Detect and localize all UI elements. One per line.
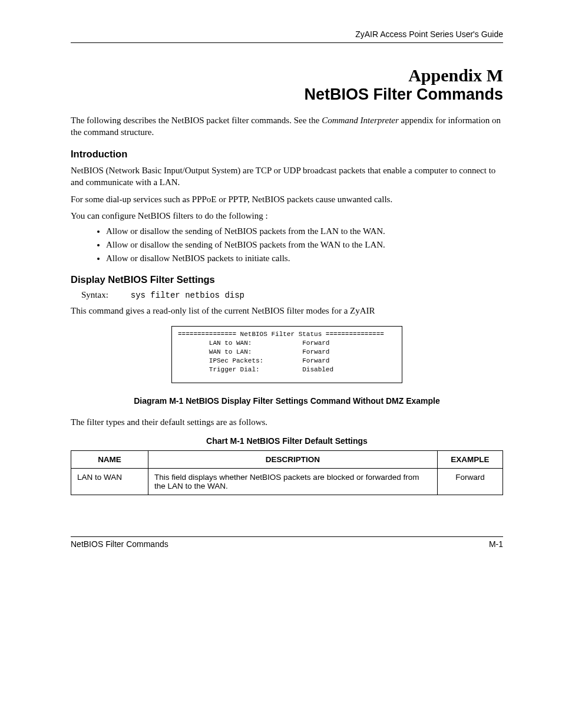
table-header-row: NAME DESCRIPTION EXAMPLE bbox=[71, 450, 503, 468]
netbios-status-output: =============== NetBIOS Filter Status ==… bbox=[171, 326, 402, 383]
filter-default-settings-table: NAME DESCRIPTION EXAMPLE LAN to WAN This… bbox=[71, 450, 503, 495]
list-item: Allow or disallow NetBIOS packets to ini… bbox=[106, 253, 503, 263]
introduction-p3: You can configure NetBIOS filters to do … bbox=[71, 210, 503, 222]
introduction-p1: NetBIOS (Network Basic Input/Output Syst… bbox=[71, 164, 503, 189]
intro-italic: Command Interpreter bbox=[322, 116, 399, 125]
display-settings-heading: Display NetBIOS Filter Settings bbox=[71, 274, 503, 285]
table-cell-name: LAN to WAN bbox=[71, 468, 148, 495]
table-header-description: DESCRIPTION bbox=[148, 450, 438, 468]
footer-row: NetBIOS Filter Commands M-1 bbox=[71, 539, 503, 549]
chart-caption: Chart M-1 NetBIOS Filter Default Setting… bbox=[71, 436, 503, 446]
diagram-caption: Diagram M-1 NetBIOS Display Filter Setti… bbox=[71, 396, 503, 406]
table-row: LAN to WAN This field displays whether N… bbox=[71, 468, 503, 495]
syntax-label: Syntax: bbox=[81, 290, 128, 300]
table-header-name: NAME bbox=[71, 450, 148, 468]
display-settings-p1: This command gives a read-only list of t… bbox=[71, 305, 503, 317]
syntax-row: Syntax: sys filter netbios disp bbox=[81, 290, 503, 300]
introduction-bullets: Allow or disallow the sending of NetBIOS… bbox=[94, 226, 503, 263]
list-item: Allow or disallow the sending of NetBIOS… bbox=[106, 226, 503, 236]
header-guide-title: ZyAIR Access Point Series User's Guide bbox=[71, 29, 503, 39]
intro-paragraph: The following describes the NetBIOS pack… bbox=[71, 114, 503, 139]
header-rule bbox=[71, 42, 503, 43]
table-header-example: EXAMPLE bbox=[438, 450, 503, 468]
display-settings-p2: The filter types and their default setti… bbox=[71, 416, 503, 428]
appendix-title: Appendix M bbox=[71, 65, 503, 85]
appendix-subtitle: NetBIOS Filter Commands bbox=[71, 86, 503, 104]
table-cell-description: This field displays whether NetBIOS pack… bbox=[148, 468, 438, 495]
footer-rule bbox=[71, 536, 503, 537]
introduction-heading: Introduction bbox=[71, 149, 503, 160]
list-item: Allow or disallow the sending of NetBIOS… bbox=[106, 240, 503, 250]
syntax-command: sys filter netbios disp bbox=[131, 291, 244, 300]
introduction-p2: For some dial-up services such as PPPoE … bbox=[71, 193, 503, 205]
intro-text-part1: The following describes the NetBIOS pack… bbox=[71, 116, 322, 125]
footer-page-number: M-1 bbox=[489, 539, 503, 549]
table-cell-example: Forward bbox=[438, 468, 503, 495]
footer-section-name: NetBIOS Filter Commands bbox=[71, 539, 168, 549]
